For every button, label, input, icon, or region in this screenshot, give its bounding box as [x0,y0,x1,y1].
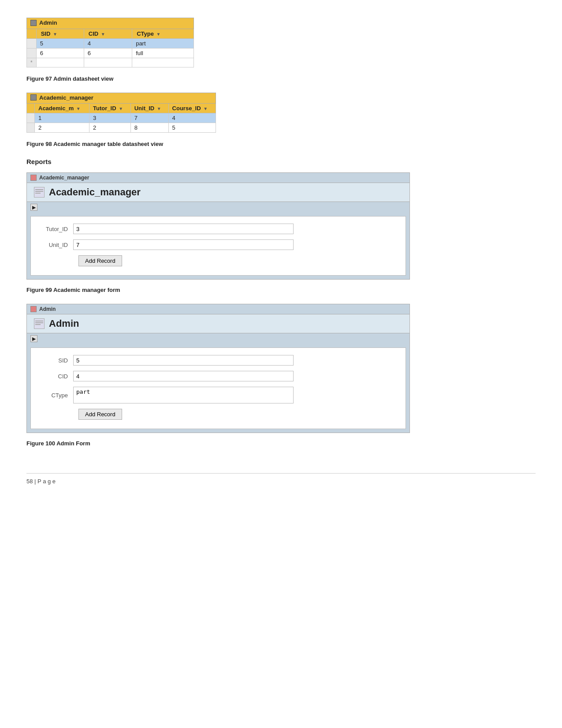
fig98-caption: Figure 98 Academic manager table datashe… [26,141,536,147]
row-indicator: * [27,58,37,67]
fig100-caption: Figure 100 Admin Form [26,440,536,447]
cell-cid-empty [84,58,132,67]
fig100-title-bar: Admin [27,304,409,314]
reports-heading: Reports [26,158,536,165]
cell-courseid: 5 [168,123,216,133]
fig100-form-body: SID CID CType part Add Record [30,347,406,429]
form-field-ctype-row: CType part [38,387,398,403]
fig98-title: Academic_manager [39,94,93,101]
fig97-col-cid[interactable]: CID ▼ [84,29,132,38]
form-field-sid-row: SID [38,355,398,366]
svg-rect-5 [35,324,41,325]
grid-icon-98 [30,94,37,101]
fig99-caption: Figure 99 Academic manager form [26,287,536,293]
nav-arrow-right-100[interactable]: ▶ [30,335,37,342]
figure-100-form: Admin Admin ▶ SID CID CType part Add Rec… [26,304,410,433]
fig100-form-title: Admin [49,318,79,329]
fig99-btn-row: Add Record [78,255,398,266]
table-row[interactable]: 1 3 7 4 [27,113,216,123]
sort-arrow-unitid: ▼ [157,106,161,111]
figure-97-wrapper: Admin SID ▼ CID ▼ CType ▼ [26,18,536,67]
row-indicator [27,113,35,123]
form-field-cid-row: CID [38,371,398,381]
fig98-col-unitid[interactable]: Unit_ID ▼ [130,104,168,113]
fig100-title-bar-text: Admin [39,306,56,312]
fig98-col-am[interactable]: Academic_m ▼ [35,104,89,113]
form-textarea-ctype[interactable]: part [73,387,294,403]
cell-unitid: 8 [130,123,168,133]
form-icon [34,187,45,198]
form-icon-100 [34,318,45,329]
cell-ctype: full [132,48,194,58]
cell-sid-empty [36,58,84,67]
fig100-form-header: Admin [27,314,409,333]
svg-rect-4 [35,322,43,323]
svg-rect-0 [35,189,43,190]
admin-datasheet-table: Admin SID ▼ CID ▼ CType ▼ [26,18,194,67]
figure-98-wrapper: Academic_manager Academic_m ▼ Tutor_ID ▼… [26,93,536,133]
fig99-title-bar: Academic_manager [27,173,409,183]
fig100-title-icon [30,306,37,312]
fig97-caption: Figure 97 Admin datasheet view [26,75,536,82]
fig97-title: Admin [39,19,57,26]
form-field-unitid-row: Unit_ID [38,239,398,250]
form-label-unitid: Unit_ID [38,242,73,248]
add-record-button-100[interactable]: Add Record [78,409,122,420]
fig100-btn-row: Add Record [78,409,398,420]
cell-sid: 5 [36,38,84,48]
row-indicator [27,123,35,133]
sort-arrow-cid: ▼ [101,32,105,37]
row-indicator [27,48,37,58]
cell-tutorid: 2 [89,123,131,133]
cell-am: 1 [35,113,89,123]
add-record-button-99[interactable]: Add Record [78,255,122,266]
cell-cid: 4 [84,38,132,48]
fig99-nav-row: ▶ [27,202,409,213]
grid-icon [30,20,37,26]
svg-rect-2 [35,193,41,194]
form-input-tutorid[interactable] [73,224,294,234]
table-row[interactable]: 5 4 part [27,38,194,48]
sort-arrow-tutorid: ▼ [119,106,123,111]
new-record-row[interactable]: * [27,58,194,67]
form-label-tutorid: Tutor_ID [38,226,73,232]
sort-arrow-sid: ▼ [53,32,57,37]
cell-sid: 6 [36,48,84,58]
fig99-form-header: Academic_manager [27,183,409,202]
cell-ctype-empty [132,58,194,67]
sort-arrow-am: ▼ [76,106,81,111]
figure-99-form: Academic_manager Academic_manager ▶ Tuto… [26,172,410,280]
fig97-col-sid[interactable]: SID ▼ [36,29,84,38]
form-label-ctype: CType [38,392,73,399]
form-input-cid[interactable] [73,371,294,381]
page-label: | P a g e [34,478,56,485]
page-footer: 58 | P a g e [26,473,536,485]
form-label-cid: CID [38,373,73,380]
form-label-sid: SID [38,357,73,364]
cell-tutorid: 3 [89,113,131,123]
svg-rect-3 [35,321,43,321]
form-field-tutorid-row: Tutor_ID [38,224,398,234]
fig99-title-icon [30,175,37,181]
cell-am: 2 [35,123,89,133]
sort-arrow-courseid: ▼ [203,106,208,111]
form-input-unitid[interactable] [73,239,294,250]
row-indicator [27,38,37,48]
form-input-sid[interactable] [73,355,294,366]
fig98-col-courseid[interactable]: Course_ID ▼ [168,104,216,113]
fig97-col-ctype[interactable]: CType ▼ [132,29,194,38]
fig98-col-tutorid[interactable]: Tutor_ID ▼ [89,104,131,113]
sort-arrow-ctype: ▼ [156,32,161,37]
fig99-form-title: Academic_manager [49,187,141,198]
fig99-form-body: Tutor_ID Unit_ID Add Record [30,216,406,276]
table-row[interactable]: 6 6 full [27,48,194,58]
fig100-nav-row: ▶ [27,333,409,344]
cell-cid: 6 [84,48,132,58]
fig99-title-bar-text: Academic_manager [39,175,89,181]
cell-ctype: part [132,38,194,48]
cell-unitid: 7 [130,113,168,123]
page-number: 58 [26,478,33,485]
nav-arrow-right[interactable]: ▶ [30,204,37,211]
table-row[interactable]: 2 2 8 5 [27,123,216,133]
cell-courseid: 4 [168,113,216,123]
